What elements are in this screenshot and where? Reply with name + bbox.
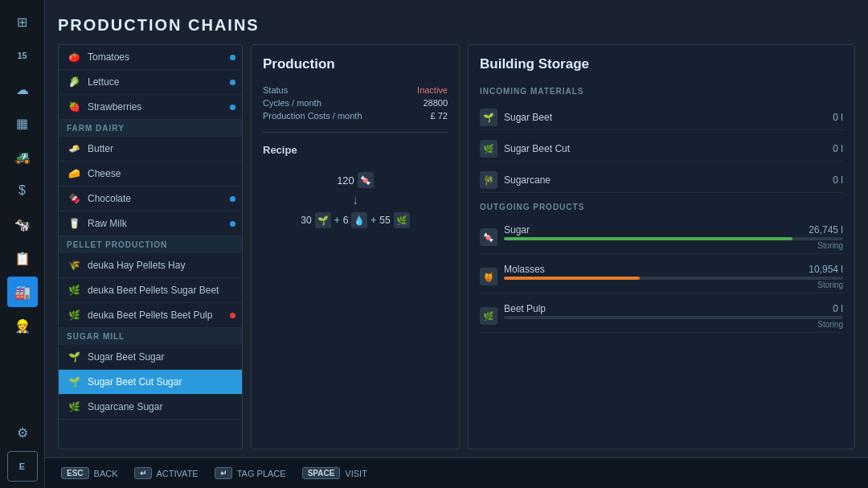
output-amount: 120 xyxy=(337,174,354,187)
sugar-beet-cut-icon: 🌱 xyxy=(67,375,81,389)
sugar-status: Storing xyxy=(504,241,843,250)
bottom-bar: ESC BACK ↵ ACTIVATE ↵ TAG PLACE SPACE VI… xyxy=(45,457,868,488)
chain-label: Chocolate xyxy=(88,193,131,204)
status-value: Inactive xyxy=(417,85,448,95)
map-icon[interactable]: ⊞ xyxy=(7,6,38,37)
category-sugar-mill: Sugar Mill xyxy=(59,328,242,345)
storage-name-sugar-beet-cut: Sugar Beet Cut xyxy=(504,143,833,154)
output-icon: 🍬 xyxy=(358,172,374,188)
molasses-icon: 🍯 xyxy=(480,268,497,285)
storage-amount-sugarcane: 0 l xyxy=(833,174,843,186)
production-stats: Status Inactive Cycles / month 28800 Pro… xyxy=(263,85,448,121)
storage-panel: Building Storage INCOMING MATERIALS 🌱 Su… xyxy=(468,44,855,449)
sugar-beet-cut-icon: 🌿 xyxy=(480,140,497,158)
chain-item-tomatoes[interactable]: 🍅 Tomatoes xyxy=(59,45,242,70)
chain-item-sugarcane-sugar[interactable]: 🌿 Sugarcane Sugar xyxy=(59,395,242,420)
recipe-output: 120 🍬 xyxy=(337,172,374,188)
molasses-bar xyxy=(504,277,640,280)
animals-icon[interactable]: 🐄 xyxy=(7,209,38,240)
costs-label: Production Costs / month xyxy=(263,111,362,121)
cycles-row: Cycles / month 28800 xyxy=(263,98,448,108)
input2-amount: 6 xyxy=(343,215,349,226)
butter-icon: 🧈 xyxy=(67,141,81,156)
costs-row: Production Costs / month £ 72 xyxy=(263,111,448,121)
plus2: + xyxy=(371,215,376,226)
tag-place-control[interactable]: ↵ TAG PLACE xyxy=(215,467,286,479)
tag-key[interactable]: ↵ xyxy=(215,467,232,479)
chain-item-sugar-beet-cut[interactable]: 🌱 Sugar Beet Cut Sugar xyxy=(59,370,242,395)
sugarcane-sugar-icon: 🌿 xyxy=(67,400,81,414)
status-label: Status xyxy=(263,85,288,95)
chain-label: Sugar Beet Cut Sugar xyxy=(88,376,182,388)
storage-name-molasses: Molasses xyxy=(504,264,809,275)
space-key[interactable]: SPACE xyxy=(302,467,341,479)
chain-label: Sugarcane Sugar xyxy=(88,401,162,412)
stats-icon[interactable]: ▦ xyxy=(7,108,38,138)
active-dot xyxy=(230,80,235,85)
chain-item-raw-milk[interactable]: 🥛 Raw Milk xyxy=(59,211,242,236)
activate-key[interactable]: ↵ xyxy=(134,467,152,479)
chain-item-hay-pellets[interactable]: 🌾 deuka Hay Pellets Hay xyxy=(59,253,242,278)
storage-amount-sugar: 26,745 l xyxy=(809,224,843,236)
chain-item-strawberries[interactable]: 🍓 Strawberries xyxy=(59,95,242,120)
active-dot xyxy=(230,55,235,60)
chains-list: 🍅 Tomatoes 🥬 Lettuce 🍓 Strawberries Farm… xyxy=(59,45,242,449)
hay-pellets-icon: 🌾 xyxy=(67,258,81,273)
production-panel: Production Status Inactive Cycles / mont… xyxy=(251,44,460,449)
chain-item-butter[interactable]: 🧈 Butter xyxy=(59,137,242,162)
back-control[interactable]: ESC BACK xyxy=(61,467,118,479)
storage-title: Building Storage xyxy=(480,56,843,72)
left-sidebar: ⊞ 15 ☁ ▦ 🚜 $ 🐄 📋 🏭 👷 ⚙ E xyxy=(0,0,45,488)
recipe-area: 120 🍬 ↓ 30 🌱 + 6 💧 + 55 🌿 xyxy=(263,164,448,236)
tractor-icon[interactable]: 🚜 xyxy=(7,141,38,172)
production-icon[interactable]: 🏭 xyxy=(7,277,38,307)
chain-label: Tomatoes xyxy=(88,51,129,63)
tag-label: TAG PLACE xyxy=(237,469,286,478)
active-dot xyxy=(230,105,235,110)
storage-item-inner: Sugar Beet 0 l xyxy=(504,112,843,123)
exit-icon[interactable]: E xyxy=(7,451,38,482)
input3-amount: 55 xyxy=(379,215,390,226)
page-title: PRODUCTION CHAINS xyxy=(58,16,855,35)
storage-name-beet-pulp: Beet Pulp xyxy=(504,303,833,314)
chain-label: deuka Beet Pellets Beet Pulp xyxy=(88,310,212,321)
recipe-arrow: ↓ xyxy=(352,193,358,207)
main-content: PRODUCTION CHAINS 🍅 Tomatoes 🥬 Lettuce xyxy=(45,0,868,457)
active-dot xyxy=(230,196,235,202)
storage-row-molasses: 🍯 Molasses 10,954 l Storing xyxy=(480,260,843,293)
input1-icon: 🌱 xyxy=(315,212,331,228)
storage-item-inner: Sugar 26,745 l Storing xyxy=(504,224,843,250)
money-icon[interactable]: $ xyxy=(7,175,38,206)
chains-panel: 🍅 Tomatoes 🥬 Lettuce 🍓 Strawberries Farm… xyxy=(58,44,243,449)
active-dot xyxy=(230,221,235,227)
raw-milk-icon: 🥛 xyxy=(67,216,81,231)
chain-item-beet-pellets-sugar[interactable]: 🌿 deuka Beet Pellets Sugar Beet xyxy=(59,278,242,303)
storage-amount-sugar-beet-cut: 0 l xyxy=(833,143,843,154)
sugar-beet-icon: 🌱 xyxy=(480,109,497,126)
chain-item-beet-pellets-pulp[interactable]: 🌿 deuka Beet Pellets Beet Pulp xyxy=(59,303,242,328)
molasses-status: Storing xyxy=(504,281,843,289)
activate-label: ACTIVATE xyxy=(157,469,199,478)
input1-amount: 30 xyxy=(301,215,311,226)
contracts-icon[interactable]: 📋 xyxy=(7,243,38,273)
weather-icon[interactable]: ☁ xyxy=(7,74,38,105)
incoming-label: INCOMING MATERIALS xyxy=(480,87,843,96)
esc-key[interactable]: ESC xyxy=(61,467,89,479)
cycles-label: Cycles / month xyxy=(263,98,321,108)
activate-control[interactable]: ↵ ACTIVATE xyxy=(134,467,199,479)
chain-item-lettuce[interactable]: 🥬 Lettuce xyxy=(59,70,242,95)
strawberries-icon: 🍓 xyxy=(67,100,81,114)
active-dot xyxy=(230,313,235,318)
sugar-bar xyxy=(504,237,792,240)
beet-pulp-bar-wrap xyxy=(504,316,843,319)
settings-icon[interactable]: ⚙ xyxy=(7,417,38,448)
visit-control[interactable]: SPACE VISIT xyxy=(302,467,367,479)
chain-item-chocolate[interactable]: 🍫 Chocolate xyxy=(59,187,242,211)
production-title: Production xyxy=(263,56,448,72)
chain-item-cheese[interactable]: 🧀 Cheese xyxy=(59,162,242,187)
workers-icon[interactable]: 👷 xyxy=(7,310,38,341)
chain-item-sugar-beet-sugar[interactable]: 🌱 Sugar Beet Sugar xyxy=(59,345,242,370)
storage-amount-sugar-beet: 0 l xyxy=(833,112,843,123)
back-label: BACK xyxy=(94,469,118,478)
tasks-icon[interactable]: 15 xyxy=(7,40,38,71)
